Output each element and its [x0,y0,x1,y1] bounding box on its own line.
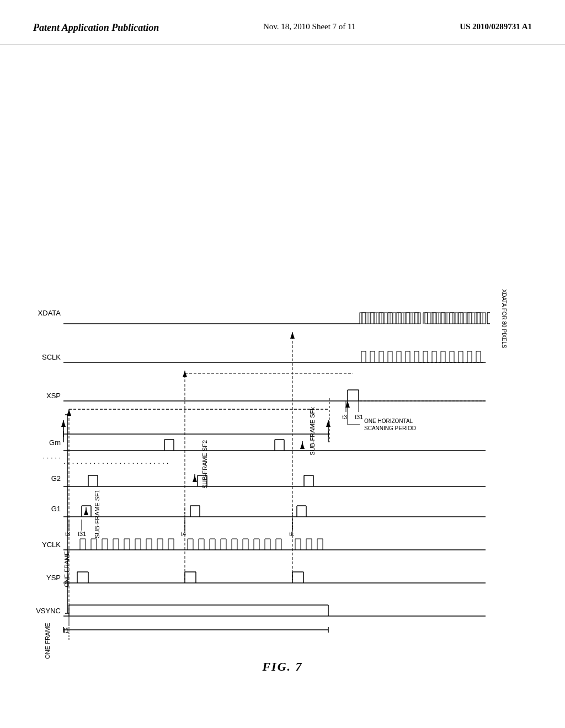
tk-label: tk [289,531,294,537]
sclk-label: SCLK [42,353,61,361]
svg-marker-282 [61,420,66,427]
one-frame-label: ONE FRAME [44,623,51,659]
g1-label: G1 [51,505,61,513]
publication-title: Patent Application Publication [33,22,159,34]
subframe-sfk-label: SUB-FRAME SFk [309,407,316,456]
one-horizontal-label: ONE HORIZONTAL [364,418,413,424]
g2-label: G2 [51,474,61,483]
svg-marker-116 [183,371,187,377]
xdata-pixels-label: XDATA FOR 80 PIXELS [501,290,507,349]
patent-number: US 2010/0289731 A1 [460,22,532,31]
diagram-container: VSYNC YSP YCLK G1 G2 · · · · · Gm XSP SC… [0,45,565,718]
subframe-sf2-label: SUB-FRAME SF2 [201,440,208,489]
svg-marker-284 [326,420,331,427]
svg-marker-118 [290,332,295,339]
t31-xsp-label: t31 [355,414,363,420]
page-header: Patent Application Publication Nov. 18, … [0,0,565,45]
xdata-label: XDATA [38,309,61,317]
gm-label: Gm [49,438,61,447]
xsp-label: XSP [46,392,61,400]
dots-label: · · · · · [42,453,61,462]
signal-dots: · · · · · · · · · · · · · · · · · · · · … [63,458,169,467]
sheet-info: Nov. 18, 2010 Sheet 7 of 11 [263,22,356,31]
timing-diagram: VSYNC YSP YCLK G1 G2 · · · · · Gm XSP SC… [22,89,519,696]
yclk-pulses-sf2 [188,539,281,550]
subframe-sf1-label: SUB-FRAME SF1 [94,490,100,538]
ysp-label: YSP [46,574,61,582]
yclk-pulses-sfk [295,539,323,550]
yclk-label: YCLK [42,540,61,549]
sclk-pulses [361,351,481,362]
t31-label-sf1: t31 [78,531,86,537]
scanning-period-label: SCANNING PERIOD [364,425,416,431]
t4-label: t4 [181,531,186,537]
t3-xsp-label: t3 [342,414,347,420]
one-frame-text: ONE FRAME [63,551,70,587]
figure-label: FIG. 7 [262,660,302,674]
t1-annotation: t1 [63,627,69,634]
yclk-pulses-sf1 [80,539,174,550]
sclk-pulses-2 [361,313,481,324]
vsync-label: VSYNC [36,607,61,615]
